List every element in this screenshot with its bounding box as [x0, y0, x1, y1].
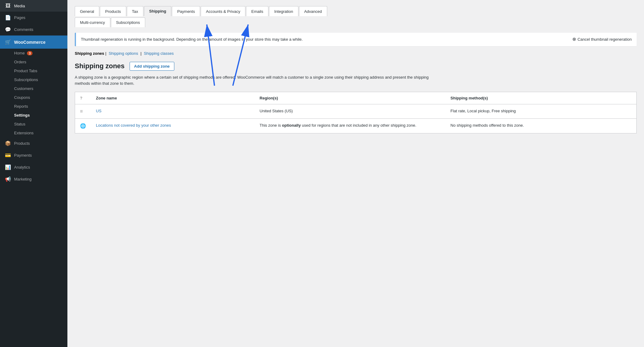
shipping-zones-table: ? Zone name Region(s) Shipping method(s)…: [75, 92, 637, 133]
sidebar-item-comments[interactable]: 💬 Comments: [0, 24, 67, 35]
shipping-zones-active-link: Shipping zones: [75, 51, 104, 56]
help-icon[interactable]: ?: [80, 96, 82, 100]
sidebar-item-products[interactable]: 📦 Products: [0, 137, 67, 149]
thumbnail-notice: Thumbnail regeneration is running in the…: [75, 33, 637, 46]
sidebar-item-product-tabs[interactable]: Product Tabs: [0, 66, 67, 75]
tab-general[interactable]: General: [75, 6, 99, 16]
globe-cell: 🌐: [75, 119, 91, 133]
tab-emails[interactable]: Emails: [246, 6, 268, 16]
analytics-icon: 📊: [5, 164, 11, 170]
col-region: Region(s): [255, 92, 445, 104]
sidebar-item-extensions[interactable]: Extensions: [0, 129, 67, 137]
sidebar-item-woocommerce[interactable]: 🛒 WooCommerce: [0, 35, 67, 49]
sidebar-item-payments[interactable]: 💳 Payments: [0, 149, 67, 161]
sidebar-item-coupons[interactable]: Coupons: [0, 93, 67, 102]
sidebar-item-status[interactable]: Status: [0, 120, 67, 129]
sidebar-item-analytics[interactable]: 📊 Analytics: [0, 161, 67, 173]
main-content: General Products Tax Shipping Payments A…: [67, 0, 644, 347]
woo-icon: 🛒: [5, 39, 11, 45]
tab-integration[interactable]: Integration: [269, 6, 298, 16]
home-badge: 3: [27, 51, 32, 55]
sidebar-item-media[interactable]: 🖼 Media: [0, 0, 67, 12]
tab-multi-currency[interactable]: Multi-currency: [75, 17, 110, 27]
methods-cell-us: Flat rate, Local pickup, Free shipping: [445, 104, 636, 119]
media-icon: 🖼: [5, 3, 11, 9]
woo-subitems: Home 3 Orders Product Tabs Subscriptions…: [0, 49, 67, 137]
marketing-icon: 📢: [5, 176, 11, 182]
comments-icon: 💬: [5, 27, 11, 32]
sidebar-item-home[interactable]: Home 3: [0, 49, 67, 58]
region-cell-uncovered: This zone is optionally used for regions…: [255, 119, 445, 133]
shipping-zones-title: Shipping zones: [75, 62, 125, 70]
products-icon: 📦: [5, 140, 11, 146]
content-area: General Products Tax Shipping Payments A…: [67, 0, 644, 140]
settings-tabs-row1: General Products Tax Shipping Payments A…: [75, 6, 637, 17]
table-row-uncovered: 🌐 Locations not covered by your other zo…: [75, 119, 637, 133]
sidebar: 🖼 Media 📄 Pages 💬 Comments 🛒 WooCommerce…: [0, 0, 67, 347]
tab-products[interactable]: Products: [100, 6, 126, 16]
drag-handle-icon[interactable]: ≡: [80, 109, 83, 114]
tab-accounts-privacy[interactable]: Accounts & Privacy: [201, 6, 245, 16]
arrows-overlay: [153, 18, 337, 104]
zone-name-cell-uncovered: Locations not covered by your other zone…: [91, 119, 255, 133]
pages-icon: 📄: [5, 15, 11, 21]
tab-tax[interactable]: Tax: [127, 6, 143, 16]
add-shipping-zone-button[interactable]: Add shipping zone: [130, 62, 174, 71]
shipping-options-link[interactable]: Shipping options: [109, 51, 138, 56]
sidebar-item-subscriptions[interactable]: Subscriptions: [0, 75, 67, 84]
sidebar-item-pages[interactable]: 📄 Pages: [0, 12, 67, 24]
tab-subscriptions[interactable]: Subscriptions: [111, 17, 145, 27]
zone-name-cell-us: US: [91, 104, 255, 119]
us-zone-link[interactable]: US: [96, 109, 101, 113]
globe-icon: 🌐: [80, 123, 86, 129]
table-header-row: ? Zone name Region(s) Shipping method(s): [75, 92, 637, 104]
settings-tabs-row2: Multi-currency Subscriptions: [75, 17, 637, 28]
col-zone-name: Zone name: [91, 92, 255, 104]
payments-icon: 💳: [5, 152, 11, 158]
shipping-sublinks: Shipping zones | Shipping options | Ship…: [75, 51, 637, 56]
sidebar-item-marketing[interactable]: 📢 Marketing: [0, 173, 67, 185]
table-row-us: ≡ US United States (US) Flat rate, Local…: [75, 104, 637, 119]
sidebar-item-customers[interactable]: Customers: [0, 84, 67, 93]
sidebar-item-orders[interactable]: Orders: [0, 58, 67, 66]
tab-advanced[interactable]: Advanced: [299, 6, 327, 16]
shipping-description: A shipping zone is a geographic region w…: [75, 74, 442, 87]
cancel-thumbnail-button[interactable]: ⊗ Cancel thumbnail regeneration: [572, 36, 632, 42]
notice-text: Thumbnail regeneration is running in the…: [81, 36, 303, 43]
uncovered-zone-link[interactable]: Locations not covered by your other zone…: [96, 123, 171, 128]
shipping-zones-section: Shipping zones Add shipping zone: [75, 62, 637, 71]
sidebar-item-reports[interactable]: Reports: [0, 102, 67, 111]
methods-cell-uncovered: No shipping methods offered to this zone…: [445, 119, 636, 133]
sidebar-item-settings[interactable]: Settings: [0, 111, 67, 120]
cancel-icon: ⊗: [572, 36, 576, 42]
shipping-classes-link[interactable]: Shipping classes: [144, 51, 174, 56]
region-cell-us: United States (US): [255, 104, 445, 119]
drag-handle-cell: ≡: [75, 104, 91, 119]
col-methods: Shipping method(s): [445, 92, 636, 104]
tab-payments[interactable]: Payments: [172, 6, 200, 16]
col-help: ?: [75, 92, 91, 104]
tab-shipping[interactable]: Shipping: [144, 6, 172, 16]
